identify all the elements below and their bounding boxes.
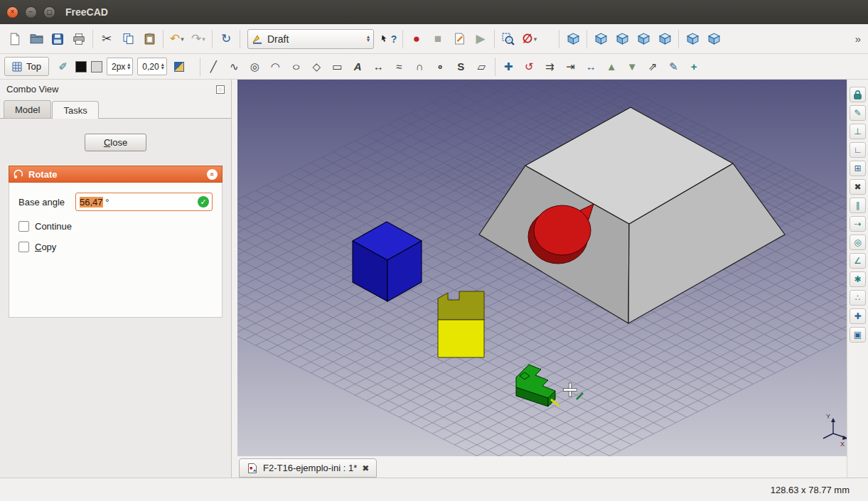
3d-viewport[interactable]: Y X — [237, 80, 847, 456]
view-isometric-button[interactable] — [562, 28, 584, 50]
axis-y-label: Y — [826, 413, 830, 420]
working-plane-button[interactable]: Top — [4, 57, 49, 76]
base-angle-input[interactable]: 56,47 ° ✓ — [75, 193, 213, 211]
draft-point-button[interactable]: ∘ — [430, 58, 451, 76]
snap-parallel-button[interactable]: ∥ — [850, 198, 866, 213]
snap-endpoint-button[interactable]: ✎ — [850, 105, 866, 121]
view-front-button[interactable] — [590, 28, 611, 50]
line-color-swatch[interactable] — [75, 61, 87, 72]
macro-record-button[interactable]: ● — [406, 28, 427, 50]
draft-rectangle-button[interactable]: ▭ — [327, 58, 348, 76]
view-bottom-button[interactable] — [703, 28, 724, 50]
macro-play-button[interactable]: ▶ — [470, 28, 491, 50]
redo-button[interactable]: ↷▾ — [188, 28, 209, 50]
snap-angle-button[interactable]: ∠ — [850, 253, 866, 269]
snap-perpendicular-button[interactable]: ∟ — [850, 142, 866, 158]
box-zoom-button[interactable] — [498, 28, 519, 50]
clipping-plane-button[interactable]: ∅▾ — [519, 28, 540, 50]
draft-text-button[interactable]: A — [348, 58, 368, 76]
base-angle-label: Base angle — [18, 197, 75, 208]
new-document-button[interactable] — [4, 28, 26, 50]
draft-line-button[interactable]: ╱ — [203, 58, 224, 76]
window-close-button[interactable]: × — [6, 6, 18, 18]
draft-offset-button[interactable]: ⇉ — [540, 58, 560, 76]
3d-scene[interactable]: Y X — [237, 80, 847, 456]
workbench-selector[interactable]: Draft ▴▾ — [247, 29, 374, 49]
panel-splitter[interactable] — [232, 80, 237, 478]
yellow-block-object[interactable] — [438, 291, 484, 357]
view-rear-button[interactable] — [654, 28, 675, 50]
print-button[interactable] — [68, 28, 90, 50]
draft-rotate-button[interactable]: ↺ — [519, 58, 540, 76]
snap-working-plane-button[interactable]: ▣ — [850, 327, 866, 343]
view-right-button[interactable] — [633, 28, 654, 50]
save-button[interactable] — [47, 28, 68, 50]
midpoint-icon: ⊥ — [854, 127, 861, 136]
perpendicular-icon: ∟ — [854, 146, 862, 154]
open-document-button[interactable] — [26, 28, 47, 50]
view-top-button[interactable] — [611, 28, 633, 50]
paste-button[interactable] — [139, 28, 160, 50]
refresh-button[interactable]: ↻ — [215, 28, 237, 50]
draft-ellipse-button[interactable]: ○ — [286, 58, 306, 76]
tab-model[interactable]: Model — [4, 100, 51, 118]
snap-midpoint-button[interactable]: ⊥ — [850, 124, 866, 139]
draft-toolbar: Top ✐ 2px ▴▾ 0,20 ▴▾ ╱ ∿ ◎ ◠ ○ ◇ ▭ A ↔ ≈… — [0, 54, 868, 80]
continue-checkbox[interactable] — [18, 221, 29, 232]
draft-arc-button[interactable]: ◠ — [265, 58, 286, 76]
spinner-icon[interactable]: ▴▾ — [127, 63, 130, 70]
snap-ortho-button[interactable]: ✚ — [850, 308, 866, 324]
combo-spinner-icon[interactable]: ▴▾ — [367, 36, 370, 42]
construction-mode-button[interactable]: ✐ — [53, 58, 73, 76]
draft-trimex-button[interactable]: ⇥ — [560, 58, 581, 76]
draft-dimension-button[interactable]: ↔ — [368, 58, 389, 76]
macro-stop-button[interactable]: ■ — [427, 28, 449, 50]
snap-lock-button[interactable] — [850, 87, 866, 102]
draft-bezier-button[interactable]: ∩ — [409, 58, 430, 76]
snap-near-button[interactable]: ∴ — [850, 290, 866, 306]
draft-move-button[interactable]: ✚ — [498, 58, 519, 76]
copy-button[interactable] — [117, 28, 139, 50]
view-left-button[interactable] — [682, 28, 703, 50]
toolbar-overflow-button[interactable]: » — [855, 33, 864, 45]
draft-upgrade-button[interactable]: ▲ — [601, 58, 622, 76]
cut-button[interactable]: ✂ — [96, 28, 117, 50]
arc-icon: ◠ — [271, 61, 280, 72]
rotate-task-header[interactable]: Rotate « — [9, 166, 223, 183]
undo-button[interactable]: ↶▾ — [166, 28, 188, 50]
macro-edit-button[interactable] — [449, 28, 470, 50]
draft-bspline-button[interactable]: ≈ — [389, 58, 409, 76]
draft-polygon-button[interactable]: ◇ — [306, 58, 327, 76]
snap-special-button[interactable]: ✱ — [850, 271, 866, 287]
window-maximize-button[interactable]: ◻ — [43, 6, 55, 18]
rotate-task-title: Rotate — [28, 169, 57, 180]
draft-shapestring-button[interactable]: S — [451, 58, 471, 76]
draft-addpoint-button[interactable]: + — [684, 58, 704, 76]
snap-intersection-button[interactable]: ✖ — [850, 179, 866, 195]
snap-grid-button[interactable]: ⊞ — [850, 161, 866, 176]
document-tab[interactable]: F2-T16-ejemplo-ini : 1* ✖ — [239, 458, 377, 478]
draft-edit-button[interactable]: ✎ — [663, 58, 684, 76]
collapse-icon[interactable]: « — [207, 169, 218, 180]
face-color-swatch[interactable] — [91, 61, 102, 72]
draft-scale-button[interactable]: ⇗ — [643, 58, 663, 76]
draft-circle-button[interactable]: ◎ — [245, 58, 265, 76]
snap-center-button[interactable]: ◎ — [850, 235, 866, 250]
task-close-button[interactable]: Close — [85, 134, 146, 151]
snap-extension-button[interactable]: ⇢ — [850, 216, 866, 232]
document-tab-close-button[interactable]: ✖ — [362, 463, 369, 473]
line-width-spinbox[interactable]: 2px ▴▾ — [107, 58, 133, 75]
tab-tasks[interactable]: Tasks — [52, 101, 98, 119]
draft-facebinder-button[interactable]: ▱ — [471, 58, 492, 76]
copy-checkbox[interactable] — [18, 242, 29, 252]
chevron-down-icon: ▾ — [202, 36, 205, 43]
whats-this-button[interactable]: ? — [378, 28, 400, 50]
text-scale-spinbox[interactable]: 0,20 ▴▾ — [137, 58, 166, 75]
window-minimize-button[interactable]: − — [25, 6, 37, 18]
spinner-icon[interactable]: ▴▾ — [161, 63, 164, 70]
draft-stretch-button[interactable]: ↔ — [581, 58, 601, 76]
apply-style-button[interactable] — [169, 58, 190, 76]
draft-downgrade-button[interactable]: ▼ — [622, 58, 643, 76]
panel-float-button[interactable] — [216, 85, 225, 94]
draft-polyline-button[interactable]: ∿ — [224, 58, 245, 76]
